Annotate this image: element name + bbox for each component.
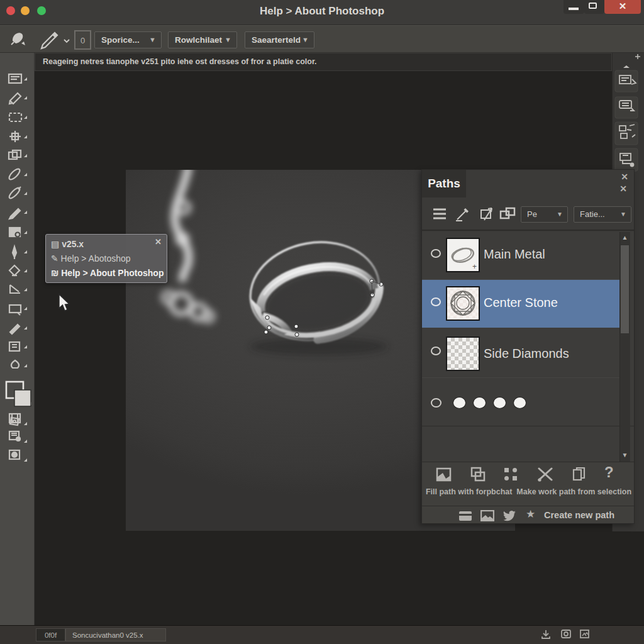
svg-text:0: 0 (80, 36, 85, 45)
svg-text:+: + (472, 262, 477, 271)
